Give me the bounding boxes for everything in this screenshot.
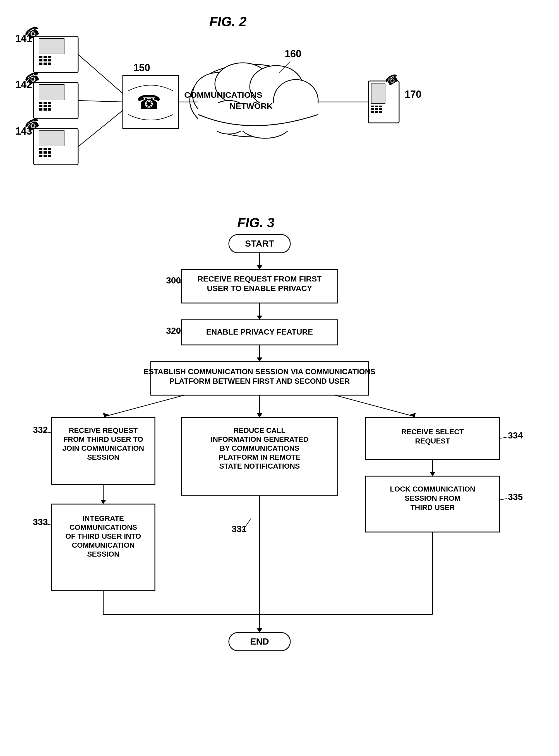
svg-rect-59 [371,108,374,110]
svg-rect-35 [44,155,47,157]
svg-text:142: 142 [15,79,32,90]
svg-rect-134 [365,476,499,532]
svg-text:REQUEST: REQUEST [415,437,450,445]
svg-line-84 [177,332,184,334]
svg-rect-23 [48,108,51,111]
svg-rect-15 [39,102,42,104]
svg-text:RECEIVE REQUEST FROM FIRST: RECEIVE REQUEST FROM FIRST [198,275,322,283]
svg-text:JOIN COMMUNICATION: JOIN COMMUNICATION [63,444,144,452]
svg-line-116 [499,437,507,438]
svg-text:START: START [245,238,274,249]
svg-text:☎: ☎ [137,91,161,113]
svg-text:141: 141 [15,33,32,44]
svg-marker-131 [430,472,435,476]
svg-line-94 [106,395,184,416]
svg-rect-33 [48,151,51,154]
svg-point-46 [273,80,318,122]
svg-line-69 [78,110,123,147]
svg-text:☎: ☎ [383,71,401,88]
svg-text:335: 335 [508,492,523,502]
svg-rect-124 [52,504,155,591]
svg-text:170: 170 [405,88,421,100]
svg-point-42 [190,64,313,137]
svg-rect-28 [39,148,42,150]
svg-rect-21 [39,108,42,111]
svg-text:☎: ☎ [22,68,43,88]
svg-text:INTEGRATE: INTEGRATE [83,514,124,522]
svg-text:FROM THIRD USER TO: FROM THIRD USER TO [63,435,143,444]
svg-rect-5 [39,59,42,61]
svg-marker-88 [257,358,262,362]
svg-rect-57 [375,106,378,107]
svg-rect-1 [39,39,64,54]
fig3-diagram: FIG. 3 START 300 RECEIVE REQUEST FROM FI… [0,210,559,740]
svg-rect-63 [375,111,378,113]
svg-point-47 [208,101,250,134]
svg-rect-29 [44,148,47,150]
svg-rect-85 [181,320,338,345]
svg-line-67 [78,55,123,93]
svg-marker-121 [100,500,106,504]
svg-text:OF THIRD USER INTO: OF THIRD USER INTO [65,532,141,540]
svg-rect-2 [39,56,42,58]
svg-rect-7 [48,59,51,61]
svg-point-44 [215,63,271,105]
fig2-title: FIG. 2 [209,14,246,29]
svg-text:RECEIVE REQUEST: RECEIVE REQUEST [69,426,138,435]
svg-rect-56 [371,106,374,107]
svg-rect-109 [181,417,338,496]
svg-text:COMMUNICATIONS: COMMUNICATIONS [184,90,262,100]
fig2-svg: ☎ 141 ☎ 142 ☎ 143 ☎ [0,8,559,198]
svg-rect-61 [379,108,382,110]
svg-text:334: 334 [508,430,523,440]
svg-text:RECEIVE SELECT: RECEIVE SELECT [401,428,464,436]
svg-rect-17 [48,102,51,104]
svg-rect-16 [44,102,47,104]
svg-text:160: 160 [285,48,301,60]
svg-text:☎: ☎ [22,114,43,135]
svg-text:REDUCE CALL: REDUCE CALL [233,426,286,435]
svg-rect-34 [39,155,42,157]
svg-text:☎: ☎ [22,23,43,43]
svg-point-43 [193,72,243,117]
svg-rect-49 [198,103,318,131]
svg-text:COMMUNICATIONS: COMMUNICATIONS [69,523,137,532]
svg-rect-31 [39,151,42,154]
svg-marker-99 [410,413,416,417]
svg-rect-72 [229,235,290,253]
svg-text:INFORMATION GENERATED: INFORMATION GENERATED [211,435,308,444]
svg-rect-78 [181,269,338,303]
svg-rect-27 [39,131,64,146]
svg-text:ENABLE PRIVACY FEATURE: ENABLE PRIVACY FEATURE [206,328,313,336]
svg-line-77 [177,282,184,283]
fig3-title: FIG. 3 [237,215,274,231]
svg-text:SESSION FROM: SESSION FROM [405,494,460,502]
svg-rect-102 [52,417,155,484]
svg-marker-95 [103,413,109,417]
svg-line-133 [499,498,507,500]
svg-text:NETWORK: NETWORK [230,101,273,111]
svg-text:330: 330 [166,368,181,377]
svg-rect-20 [48,105,51,107]
svg-line-123 [44,524,52,525]
svg-line-108 [243,518,251,531]
svg-text:BY COMMUNICATIONS: BY COMMUNICATIONS [220,444,299,452]
svg-text:PLATFORM IN REMOTE: PLATFORM IN REMOTE [219,453,300,461]
svg-text:THIRD USER: THIRD USER [410,503,455,512]
svg-line-101 [44,431,52,433]
svg-text:COMMUNICATION: COMMUNICATION [72,541,135,549]
svg-rect-6 [44,59,47,61]
svg-rect-13 [33,82,78,119]
svg-rect-36 [48,155,51,157]
svg-marker-75 [257,265,262,269]
svg-rect-8 [39,63,42,65]
svg-rect-30 [48,148,51,150]
svg-rect-146 [229,632,290,651]
svg-text:ESTABLISH COMMUNICATION SESSIO: ESTABLISH COMMUNICATION SESSION VIA COMM… [144,368,375,376]
svg-text:SESSION: SESSION [87,453,119,461]
svg-rect-4 [48,56,51,58]
svg-text:STATE NOTIFICATIONS: STATE NOTIFICATIONS [219,462,300,470]
svg-rect-91 [151,362,368,395]
svg-line-68 [78,101,123,102]
svg-text:333: 333 [33,517,48,527]
